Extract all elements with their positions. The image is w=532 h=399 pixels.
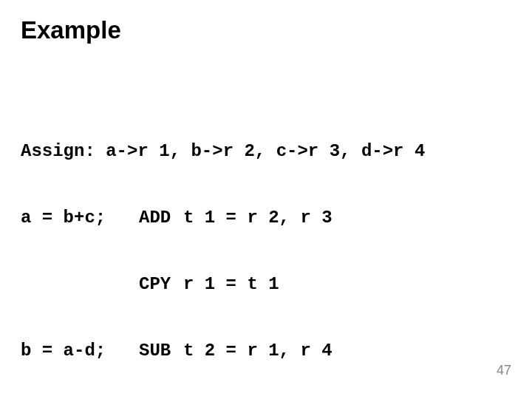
page-number: 47 [497,363,511,378]
assign-line: Assign: a->r 1, b->r 2, c->r 3, d->r 4 [21,140,425,163]
code-row: a = b+c;ADDt 1 = r 2, r 3 [21,207,425,229]
code-body: Assign: a->r 1, b->r 2, c->r 3, d->r 4 a… [21,96,425,399]
code-row: b = a-d;SUBt 2 = r 1, r 4 [21,340,425,362]
slide-title: Example [21,16,121,44]
code-row: CPYr 1 = t 1 [21,273,425,296]
